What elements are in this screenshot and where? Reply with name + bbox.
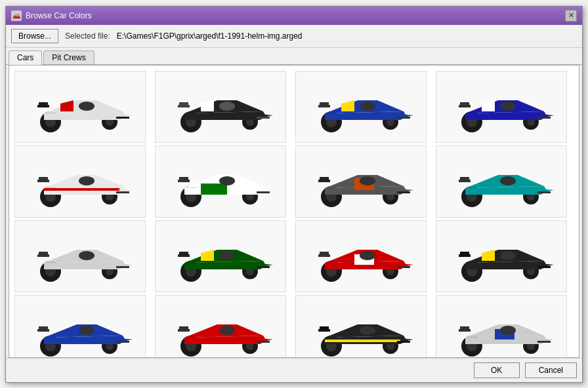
cars-grid	[14, 71, 574, 358]
main-window: 🚗 Browse Car Colors ✕ Browse... Selected…	[5, 6, 583, 383]
svg-rect-139	[460, 252, 469, 255]
svg-marker-66	[201, 184, 227, 195]
car-5[interactable]	[14, 146, 146, 218]
window-title: Browse Car Colors	[26, 11, 92, 20]
svg-rect-69	[179, 177, 188, 180]
svg-point-117	[219, 251, 235, 260]
svg-point-83	[360, 176, 375, 185]
svg-rect-104	[116, 266, 129, 268]
tab-pit-crews[interactable]: Pit Crews	[43, 50, 94, 64]
close-button[interactable]: ✕	[565, 10, 577, 22]
bottom-bar: OK Cancel	[6, 358, 582, 382]
car-13[interactable]	[14, 295, 146, 358]
car-1[interactable]	[14, 71, 146, 143]
svg-marker-30	[341, 100, 354, 111]
car-7[interactable]	[295, 146, 427, 218]
ok-button[interactable]: OK	[474, 362, 520, 378]
svg-point-59	[79, 176, 94, 185]
svg-rect-57	[39, 177, 48, 180]
svg-rect-150	[39, 326, 48, 330]
car-2[interactable]	[155, 71, 286, 143]
svg-marker-112	[201, 250, 214, 261]
car-6[interactable]	[155, 146, 286, 218]
svg-rect-92	[460, 177, 469, 180]
title-bar: 🚗 Browse Car Colors ✕	[6, 7, 582, 25]
svg-point-94	[500, 176, 516, 185]
svg-rect-140	[537, 266, 551, 268]
svg-rect-54	[44, 188, 119, 191]
svg-marker-6	[60, 100, 74, 111]
window-icon: 🚗	[11, 10, 22, 21]
svg-rect-128	[397, 266, 410, 268]
svg-rect-9	[39, 102, 48, 106]
svg-rect-151	[116, 341, 129, 343]
car-16[interactable]	[436, 295, 567, 358]
svg-point-23	[219, 102, 235, 111]
svg-rect-162	[257, 341, 270, 343]
svg-marker-42	[482, 100, 495, 111]
svg-rect-33	[320, 102, 329, 106]
car-10[interactable]	[155, 220, 286, 292]
svg-rect-58	[116, 191, 129, 193]
svg-rect-34	[397, 117, 410, 119]
svg-rect-22	[257, 117, 270, 119]
svg-rect-127	[320, 252, 329, 255]
svg-point-35	[360, 102, 375, 111]
svg-rect-115	[179, 252, 188, 255]
svg-point-71	[219, 176, 235, 185]
svg-rect-103	[39, 252, 48, 255]
car-14[interactable]	[155, 295, 286, 358]
svg-rect-45	[460, 102, 469, 106]
svg-rect-82	[397, 191, 410, 193]
svg-point-141	[500, 251, 516, 260]
svg-point-152	[79, 326, 94, 335]
toolbar: Browse... Selected file: E:\Games\F1GP\g…	[6, 25, 582, 48]
selected-file-label: Selected file:	[65, 31, 110, 41]
svg-point-163	[219, 326, 235, 335]
car-15[interactable]	[295, 295, 427, 358]
title-bar-left: 🚗 Browse Car Colors	[11, 10, 92, 21]
svg-rect-170	[325, 340, 400, 342]
car-3[interactable]	[295, 71, 427, 143]
content-area	[9, 65, 579, 358]
svg-rect-21	[179, 102, 188, 106]
svg-marker-136	[482, 250, 495, 261]
svg-point-105	[79, 251, 94, 260]
svg-marker-18	[201, 100, 214, 111]
cancel-button[interactable]: Cancel	[525, 362, 577, 378]
car-9[interactable]	[14, 220, 146, 292]
car-8[interactable]	[436, 146, 567, 218]
selected-file-path: E:\Games\F1GP\gprix\arged\f1-1991-helm-i…	[117, 31, 303, 41]
svg-rect-185	[460, 326, 469, 330]
car-12[interactable]	[436, 220, 567, 292]
svg-rect-10	[116, 117, 129, 119]
svg-point-175	[360, 326, 375, 335]
svg-point-187	[500, 326, 516, 335]
svg-rect-46	[537, 117, 551, 119]
svg-rect-186	[537, 341, 551, 343]
car-11[interactable]	[295, 220, 427, 292]
svg-point-47	[500, 102, 516, 111]
svg-rect-116	[257, 266, 270, 268]
svg-rect-174	[397, 341, 410, 343]
svg-rect-93	[537, 191, 551, 193]
tabs-bar: Cars Pit Crews	[6, 48, 582, 65]
svg-rect-161	[179, 326, 188, 330]
svg-rect-81	[320, 177, 329, 180]
svg-point-11	[79, 102, 94, 111]
svg-point-129	[360, 251, 375, 260]
browse-button[interactable]: Browse...	[11, 29, 58, 43]
svg-rect-173	[320, 326, 329, 330]
tab-cars[interactable]: Cars	[9, 50, 42, 65]
car-4[interactable]	[436, 71, 567, 143]
svg-rect-70	[257, 191, 270, 193]
